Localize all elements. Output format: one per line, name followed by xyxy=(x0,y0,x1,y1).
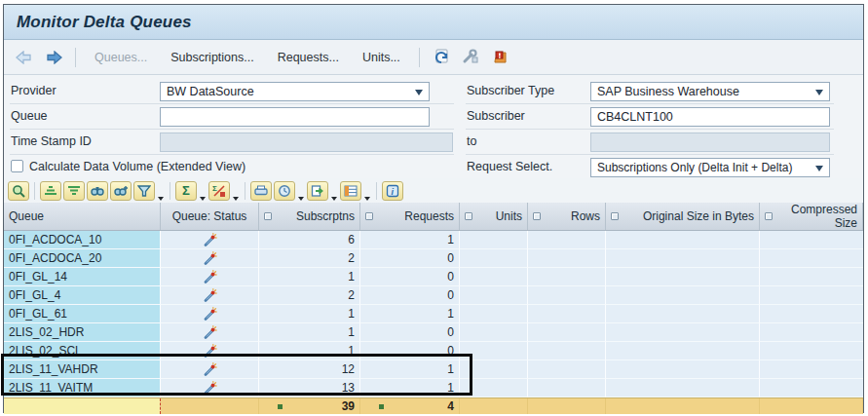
compressed-size-cell[interactable] xyxy=(760,342,863,360)
original-size-cell[interactable] xyxy=(606,379,760,397)
requests-cell[interactable]: 0 xyxy=(360,342,460,360)
column-header-units[interactable]: Units xyxy=(460,203,528,230)
alerts-button[interactable] xyxy=(489,48,510,67)
subtotal-button[interactable]: Σ xyxy=(208,181,230,201)
compressed-size-cell[interactable] xyxy=(760,268,863,286)
subscrptns-cell[interactable]: 1 xyxy=(259,268,360,286)
layout-button[interactable] xyxy=(340,181,361,201)
compressed-size-cell[interactable] xyxy=(760,286,863,305)
original-size-cell[interactable] xyxy=(606,286,760,305)
total-dropdown-arrow[interactable] xyxy=(200,197,206,201)
queue-name-cell[interactable]: 0FI_GL_14 xyxy=(4,268,161,286)
queue-name-cell[interactable]: 0FI_GL_61 xyxy=(4,305,161,323)
grid-row[interactable]: 0FI_GL_14 1 0 xyxy=(4,268,863,286)
requests-cell[interactable]: 1 xyxy=(360,360,460,379)
column-header-compressed-size[interactable]: Compressed Size xyxy=(760,203,863,230)
rows-cell[interactable] xyxy=(528,360,606,379)
column-header-requests[interactable]: Requests xyxy=(360,203,460,230)
grid-row[interactable]: 0FI_GL_61 1 1 xyxy=(4,305,863,323)
queue-status-cell[interactable] xyxy=(161,360,259,379)
rows-cell[interactable] xyxy=(528,286,606,305)
queue-status-cell[interactable] xyxy=(161,249,259,268)
queue-status-cell[interactable] xyxy=(161,305,259,323)
queue-status-cell[interactable] xyxy=(161,268,259,286)
original-size-cell[interactable] xyxy=(606,249,760,268)
grid-row[interactable]: 2LIS_11_VAITM 13 1 xyxy=(4,379,863,397)
subscrptns-cell[interactable]: 13 xyxy=(259,379,360,397)
units-cell[interactable] xyxy=(460,305,528,323)
requests-cell[interactable]: 1 xyxy=(360,305,460,323)
info-button[interactable]: i xyxy=(382,181,403,201)
units-cell[interactable] xyxy=(460,286,528,305)
subscrptns-cell[interactable]: 1 xyxy=(259,342,360,360)
grid-row[interactable]: 0FI_ACDOCA_10 6 1 xyxy=(4,231,863,249)
queue-status-cell[interactable] xyxy=(161,231,259,249)
queue-input[interactable] xyxy=(160,107,430,127)
print-button[interactable] xyxy=(250,181,272,201)
subscrptns-cell[interactable]: 1 xyxy=(259,323,360,342)
rows-cell[interactable] xyxy=(528,231,606,249)
layout-dropdown-arrow[interactable] xyxy=(364,197,370,201)
requests-cell[interactable]: 1 xyxy=(360,379,460,397)
column-header-subscrptns[interactable]: Subscrptns xyxy=(259,203,360,230)
requests-button[interactable]: Requests... xyxy=(270,48,347,67)
subscrptns-cell[interactable]: 6 xyxy=(259,231,360,249)
subscriptions-button[interactable]: Subscriptions... xyxy=(163,48,261,67)
grid-row[interactable]: 2LIS_11_VAHDR 12 1 xyxy=(4,360,863,379)
compressed-size-cell[interactable] xyxy=(760,231,863,249)
find-button[interactable] xyxy=(87,181,108,201)
details-button[interactable] xyxy=(8,181,29,201)
queue-status-cell[interactable] xyxy=(161,323,259,342)
filter-button[interactable] xyxy=(133,181,155,201)
export-button[interactable] xyxy=(307,181,328,201)
subscrptns-cell[interactable]: 2 xyxy=(259,286,360,305)
sort-descending-button[interactable] xyxy=(63,181,85,201)
subscrptns-cell[interactable]: 1 xyxy=(259,305,360,323)
export-dropdown-arrow[interactable] xyxy=(331,197,337,201)
requests-cell[interactable]: 0 xyxy=(360,286,460,305)
back-button[interactable] xyxy=(14,49,35,66)
find-next-button[interactable] xyxy=(110,181,132,201)
forward-button[interactable] xyxy=(43,49,64,66)
views-dropdown-arrow[interactable] xyxy=(298,197,304,201)
queue-status-cell[interactable] xyxy=(161,286,259,305)
views-button[interactable] xyxy=(274,181,295,201)
provider-dropdown[interactable]: BW DataSource xyxy=(160,82,430,101)
rows-cell[interactable] xyxy=(528,379,606,397)
queue-name-cell[interactable]: 0FI_ACDOCA_10 xyxy=(4,231,161,249)
units-cell[interactable] xyxy=(460,323,528,342)
compressed-size-cell[interactable] xyxy=(760,305,863,323)
queue-name-cell[interactable]: 0FI_GL_4 xyxy=(4,286,161,305)
original-size-cell[interactable] xyxy=(606,231,760,249)
column-header-queue-status[interactable]: Queue: Status xyxy=(161,203,259,230)
compressed-size-cell[interactable] xyxy=(760,379,863,397)
filter-dropdown-arrow[interactable] xyxy=(158,197,164,201)
refresh-button[interactable] xyxy=(431,48,452,67)
units-cell[interactable] xyxy=(460,342,528,360)
subscriber-type-dropdown[interactable]: SAP Business Warehouse xyxy=(590,82,830,101)
compressed-size-cell[interactable] xyxy=(760,323,863,342)
rows-cell[interactable] xyxy=(528,249,606,268)
queue-name-cell[interactable]: 2LIS_02_HDR xyxy=(4,323,161,342)
grid-row[interactable]: 0FI_ACDOCA_20 2 0 xyxy=(4,249,863,268)
queue-name-cell[interactable]: 2LIS_02_SCL xyxy=(4,342,161,360)
rows-cell[interactable] xyxy=(528,323,606,342)
queue-status-cell[interactable] xyxy=(161,342,259,360)
queue-status-cell[interactable] xyxy=(161,379,259,397)
column-header-rows[interactable]: Rows xyxy=(528,203,606,230)
original-size-cell[interactable] xyxy=(606,268,760,286)
requests-cell[interactable]: 0 xyxy=(360,323,460,342)
rows-cell[interactable] xyxy=(528,268,606,286)
column-header-original-size[interactable]: Original Size in Bytes xyxy=(606,203,760,230)
units-button[interactable]: Units... xyxy=(355,48,408,67)
column-header-queue[interactable]: Queue xyxy=(4,203,161,230)
sort-ascending-button[interactable] xyxy=(40,181,61,201)
total-button[interactable]: Σ xyxy=(175,181,197,201)
original-size-cell[interactable] xyxy=(606,342,760,360)
subscriber-input[interactable]: CB4CLNT100 xyxy=(590,107,830,127)
units-cell[interactable] xyxy=(460,231,528,249)
queue-name-cell[interactable]: 2LIS_11_VAHDR xyxy=(4,360,161,379)
units-cell[interactable] xyxy=(460,268,528,286)
subtotal-dropdown-arrow[interactable] xyxy=(233,197,239,201)
subscrptns-cell[interactable]: 12 xyxy=(259,360,360,379)
